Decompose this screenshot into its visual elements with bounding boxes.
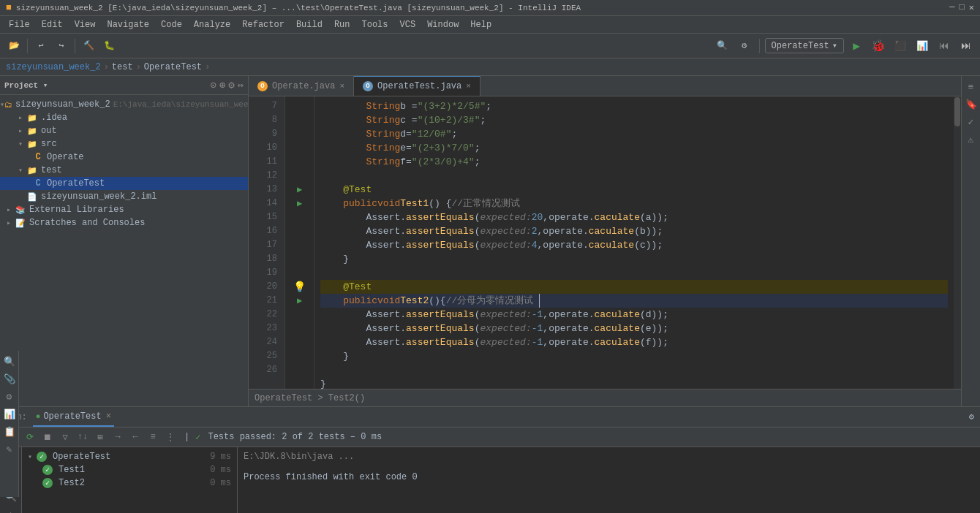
right-icon-problems[interactable]: ⚠ bbox=[963, 132, 979, 148]
toolbar-redo-btn[interactable]: ↪ bbox=[52, 37, 71, 56]
run-tab-operatetest[interactable]: ● OperateTest × bbox=[33, 407, 114, 427]
tree-label-out: out bbox=[41, 126, 57, 136]
rpt-prev-btn[interactable]: ← bbox=[127, 429, 143, 445]
code-line-15: Assert.assertEquals( expected: 20, opera… bbox=[320, 210, 948, 224]
tree-item-iml[interactable]: 📄 sizeyunsuan_week_2.iml bbox=[0, 190, 248, 203]
editor-scrollbar-thumb[interactable] bbox=[954, 97, 960, 126]
more-btn[interactable]: ⏭ bbox=[957, 37, 976, 56]
run-tab-close[interactable]: × bbox=[106, 411, 111, 422]
menu-tools[interactable]: Tools bbox=[356, 16, 394, 33]
test-status-operatetest: ✓ bbox=[37, 452, 47, 462]
editor-tabs: O Operate.java × O OperateTest.java × bbox=[249, 76, 961, 96]
menu-refactor[interactable]: Refactor bbox=[236, 16, 290, 33]
tab-operatetest-java[interactable]: O OperateTest.java × bbox=[354, 76, 480, 96]
tree-item-root[interactable]: ▾ 🗂 sizeyunsuan_week_2 E:\java_ieda\size… bbox=[0, 98, 248, 111]
bl-icon-6[interactable]: ✎ bbox=[1, 441, 18, 457]
tree-item-scratches[interactable]: ▸ 📝 Scratches and Consoles bbox=[0, 216, 248, 229]
tree-item-out[interactable]: ▸ 📁 out bbox=[0, 124, 248, 137]
toolbar-open-btn[interactable]: 📂 bbox=[4, 37, 23, 56]
close-btn[interactable]: ✕ bbox=[969, 2, 974, 13]
code-editor[interactable]: 7 8 9 10 11 12 13 14 15 16 17 18 19 20 2… bbox=[249, 96, 961, 389]
debug-run-btn[interactable]: 🐞 bbox=[869, 37, 888, 56]
breadcrumb-folder[interactable]: test bbox=[112, 62, 133, 72]
rpt-expand-btn[interactable]: ⊞ bbox=[92, 429, 108, 445]
run-btn[interactable]: ▶ bbox=[847, 37, 866, 56]
tab-close-operatetest[interactable]: × bbox=[466, 82, 471, 91]
right-icon-todo[interactable]: ✓ bbox=[963, 114, 979, 130]
coverage-btn[interactable]: ⬛ bbox=[891, 37, 910, 56]
profile-btn[interactable]: 📊 bbox=[913, 37, 932, 56]
toolbar-sep-3 bbox=[759, 39, 760, 53]
right-icon-bookmark[interactable]: 🔖 bbox=[963, 96, 979, 113]
breadcrumb-project[interactable]: sizeyunsuan_week_2 bbox=[6, 62, 101, 72]
menu-view[interactable]: View bbox=[69, 16, 102, 33]
editor-status-bar: OperateTest > Test2() bbox=[249, 389, 961, 406]
out-folder-icon: 📁 bbox=[26, 125, 38, 137]
sidebar-sync-icon[interactable]: ⊙ bbox=[210, 79, 216, 91]
bl-icon-1[interactable]: 🔍 bbox=[1, 354, 18, 370]
code-line-16: Assert.assertEquals( expected: 2, operat… bbox=[320, 224, 948, 238]
code-line-12 bbox=[320, 169, 948, 183]
tree-item-extlibs[interactable]: ▸ 📚 External Libraries bbox=[0, 203, 248, 216]
run-gutter-test2[interactable]: ▶ bbox=[285, 294, 314, 308]
menu-help[interactable]: Help bbox=[464, 16, 497, 33]
run-gutter-test1[interactable]: ▶ bbox=[285, 183, 314, 197]
toolbar-settings-btn[interactable]: ⚙ bbox=[735, 37, 754, 56]
toolbar-debug-btn[interactable]: 🐛 bbox=[99, 37, 118, 56]
tree-arrow-out: ▸ bbox=[15, 126, 26, 135]
right-icon-structure[interactable]: ≡ bbox=[963, 79, 979, 95]
tree-item-operatetest[interactable]: C OperateTest bbox=[0, 177, 248, 190]
tab-close-operate[interactable]: × bbox=[339, 82, 344, 91]
tree-item-operate[interactable]: C Operate bbox=[0, 151, 248, 164]
run-panel-settings[interactable]: ⚙ bbox=[969, 411, 974, 422]
tree-item-test[interactable]: ▾ 📁 test bbox=[0, 164, 248, 177]
menu-build[interactable]: Build bbox=[290, 16, 328, 33]
rpt-sort-btn[interactable]: ↑↓ bbox=[75, 429, 91, 445]
operatetest-tab-icon: O bbox=[363, 81, 373, 91]
test-item-test1[interactable]: ✓ Test1 0 ms bbox=[22, 463, 237, 476]
menu-file[interactable]: File bbox=[3, 16, 36, 33]
rpt-next-btn[interactable]: ≡ bbox=[145, 429, 161, 445]
rpt-stop-btn[interactable]: ⏹ bbox=[39, 429, 56, 445]
tree-item-idea[interactable]: ▸ 📁 .idea bbox=[0, 111, 248, 124]
run-gutter-test1b[interactable]: ▶ bbox=[285, 197, 314, 210]
run-panel-content: ▶ ⟳ 🔍 ⚙ ▽ ▾ ✓ OperateTest 9 ms ✓ bbox=[0, 447, 980, 513]
bl-icon-5[interactable]: 📋 bbox=[1, 424, 18, 440]
sidebar-header: Project ▾ ⊙ ⊕ ⚙ ⇔ bbox=[0, 76, 248, 95]
sidebar-settings-icon[interactable]: ⚙ bbox=[228, 79, 234, 91]
tree-item-src[interactable]: ▾ 📁 src bbox=[0, 137, 248, 151]
toolbar-undo-btn[interactable]: ↩ bbox=[31, 37, 50, 56]
tab-operate-java[interactable]: O Operate.java × bbox=[249, 76, 354, 96]
breadcrumb-file[interactable]: OperateTest bbox=[144, 62, 202, 72]
bl-icon-3[interactable]: ⚙ bbox=[1, 389, 18, 405]
test-item-test2[interactable]: ✓ Test2 0 ms bbox=[22, 476, 237, 490]
rpt-filter-btn[interactable]: ▽ bbox=[57, 429, 73, 445]
menu-vcs[interactable]: VCS bbox=[394, 16, 422, 33]
test-item-operatetest[interactable]: ▾ ✓ OperateTest 9 ms bbox=[22, 450, 237, 463]
menu-analyze[interactable]: Analyze bbox=[188, 16, 236, 33]
sidebar-expand-icon[interactable]: ⇔ bbox=[238, 79, 244, 91]
menu-run[interactable]: Run bbox=[328, 16, 356, 33]
rpt-rerun-failed-btn[interactable]: ⟳ bbox=[22, 429, 38, 445]
bl-icon-2[interactable]: 📎 bbox=[1, 371, 18, 387]
menu-code[interactable]: Code bbox=[155, 16, 188, 33]
editor-scrollbar[interactable] bbox=[954, 96, 961, 389]
title-text: sizeyunsuan_week_2 [E:\java_ieda\sizeyun… bbox=[16, 4, 581, 12]
minimize-btn[interactable]: ─ bbox=[949, 2, 954, 13]
bl-icon-4[interactable]: 📊 bbox=[1, 406, 18, 422]
toolbar-build-btn[interactable]: 🔨 bbox=[79, 37, 98, 56]
rpt-more-btn[interactable]: ⋮ bbox=[162, 429, 178, 445]
sidebar-gear-icon[interactable]: ⊕ bbox=[219, 79, 225, 91]
menu-edit[interactable]: Edit bbox=[36, 16, 69, 33]
toolbar-search-btn[interactable]: 🔍 bbox=[713, 37, 732, 56]
menu-window[interactable]: Window bbox=[421, 16, 464, 33]
stop-btn[interactable]: ⏮ bbox=[935, 37, 954, 56]
run-tool-4[interactable]: ⚙ bbox=[3, 507, 19, 513]
tree-label-idea: .idea bbox=[41, 113, 67, 123]
maximize-btn[interactable]: □ bbox=[960, 2, 965, 13]
menu-navigate[interactable]: Navigate bbox=[101, 16, 155, 33]
code-content[interactable]: String b = "(3+2)*2/5#"; String c = "(10… bbox=[314, 96, 954, 389]
run-config-name: OperateTest bbox=[772, 41, 829, 51]
run-config-selector[interactable]: OperateTest ▾ bbox=[765, 38, 844, 53]
rpt-collapse-btn[interactable]: → bbox=[110, 429, 126, 445]
